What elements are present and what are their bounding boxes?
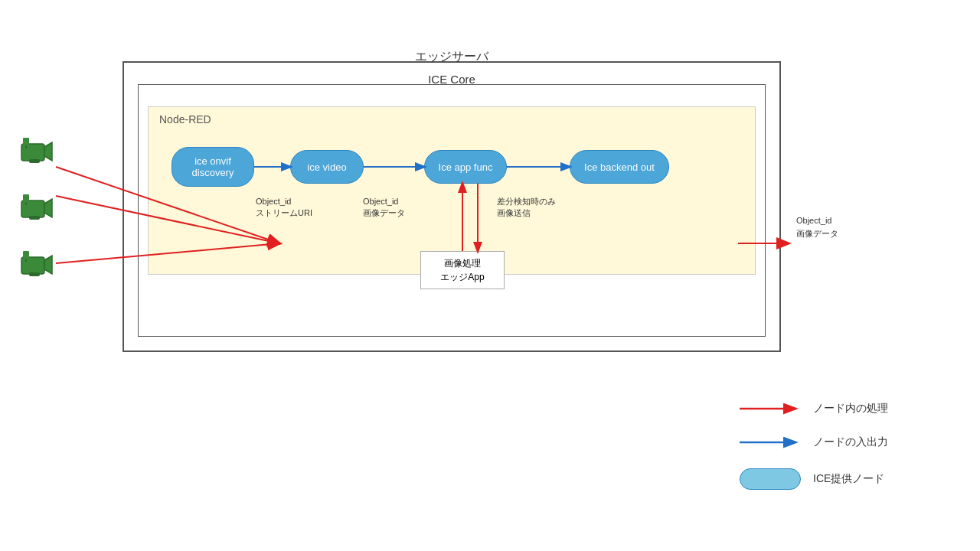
- node-backend-label: Ice backend out: [584, 161, 655, 173]
- svg-rect-4: [29, 159, 40, 163]
- legend-blue-arrow: [740, 435, 801, 450]
- legend: ノード内の処理 ノードの入出力 ICE提供ノード: [740, 401, 888, 490]
- node-red-label: Node-RED: [159, 113, 211, 126]
- output-label: Object_id画像データ: [796, 214, 838, 240]
- camera-icon-2: [15, 194, 54, 222]
- arrow-label-video-appfunc: Object_id画像データ: [363, 196, 405, 220]
- svg-rect-3: [25, 145, 27, 148]
- legend-processing-label: ノード内の処理: [813, 402, 888, 416]
- internal-arrows-svg: [149, 107, 755, 274]
- node-appfunc: Ice app func: [424, 150, 507, 184]
- ext-app-box: 画像処理エッジApp: [420, 251, 505, 289]
- legend-ice-label: ICE提供ノード: [813, 472, 884, 486]
- svg-marker-1: [44, 142, 52, 161]
- arrow-label-appfunc-backend: 差分検知時のみ画像送信: [497, 196, 556, 220]
- node-video-label: ice video: [307, 161, 346, 173]
- legend-ice-box: [740, 468, 801, 490]
- svg-rect-12: [23, 251, 29, 259]
- svg-rect-10: [21, 257, 44, 274]
- svg-rect-9: [29, 216, 40, 220]
- node-red-box: Node-RED ice onvifdiscovery ice video Ic…: [148, 106, 756, 275]
- ice-core-label: ICE Core: [428, 73, 475, 86]
- legend-item-ice: ICE提供ノード: [740, 468, 888, 490]
- arrow-label-onvif-video: Object_idストリームURI: [256, 196, 312, 220]
- legend-io-label: ノードの入出力: [813, 435, 888, 449]
- node-onvif-label: ice onvifdiscovery: [192, 155, 234, 178]
- ice-core-box: ICE Core Node-RED ice onvifdiscovery ice…: [138, 84, 766, 337]
- legend-item-processing: ノード内の処理: [740, 401, 888, 416]
- svg-rect-13: [25, 259, 27, 262]
- legend-red-arrow: [740, 401, 801, 416]
- diagram-area: エッジサーバ ICE Core Node-RED ice onvifdiscov…: [122, 61, 781, 352]
- svg-rect-5: [21, 201, 44, 217]
- edge-server-label: エッジサーバ: [415, 49, 488, 65]
- camera-icon-3: [15, 251, 54, 279]
- camera-icon-1: [15, 138, 54, 165]
- node-onvif: ice onvifdiscovery: [172, 147, 254, 187]
- cameras-group: [15, 138, 54, 279]
- svg-rect-2: [23, 138, 29, 145]
- node-video: ice video: [290, 150, 364, 184]
- svg-marker-11: [44, 256, 52, 274]
- svg-rect-8: [25, 202, 27, 205]
- svg-rect-14: [29, 272, 40, 276]
- legend-item-io: ノードの入出力: [740, 435, 888, 450]
- svg-rect-7: [23, 194, 29, 202]
- node-backend: Ice backend out: [570, 150, 669, 184]
- svg-marker-6: [44, 199, 52, 217]
- svg-rect-0: [21, 144, 44, 161]
- node-appfunc-label: Ice app func: [439, 161, 493, 173]
- ext-app-label: 画像処理エッジApp: [440, 256, 484, 284]
